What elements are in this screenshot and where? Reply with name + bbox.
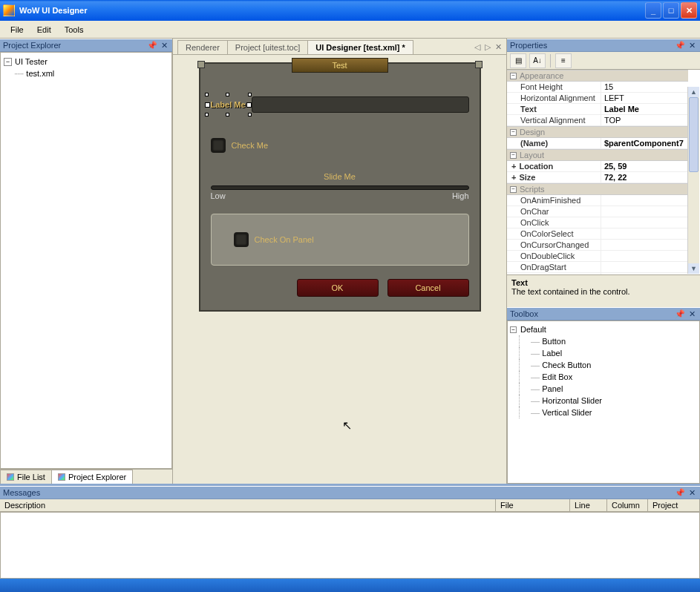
col-file[interactable]: File: [496, 499, 570, 511]
project-explorer-title: Project Explorer: [3, 41, 145, 50]
property-grid[interactable]: −Appearance Font Height15 Horizontal Ali…: [507, 70, 700, 274]
toolbox-title: Toolbox: [510, 309, 673, 318]
panel-checkbox-label: Check On Panel: [255, 235, 314, 244]
properties-toolbar: ▤ A↓ ≡: [507, 52, 700, 70]
ok-button[interactable]: OK: [297, 279, 379, 297]
toolbox-item-vertical-slider[interactable]: ––Vertical Slider: [510, 407, 697, 418]
scroll-up-icon[interactable]: ▲: [688, 87, 699, 97]
window-title: WoW UI Designer: [19, 6, 645, 15]
statusbar: [0, 579, 700, 592]
checkbox-element[interactable]: [211, 138, 226, 153]
menu-file[interactable]: File: [4, 23, 30, 36]
panel-element[interactable]: Check On Panel: [211, 214, 469, 266]
tab-project[interactable]: Project [uitest.toc]: [227, 40, 308, 54]
tree-collapse-icon[interactable]: −: [4, 58, 12, 66]
slider-element[interactable]: [211, 185, 469, 190]
close-panel-icon[interactable]: ✕: [687, 309, 697, 319]
col-description[interactable]: Description: [0, 499, 496, 511]
design-canvas[interactable]: Test Label Me Check Me Slide Me: [173, 55, 506, 484]
tab-project-explorer[interactable]: Project Explorer: [51, 470, 133, 484]
scroll-down-icon[interactable]: ▼: [688, 263, 699, 274]
slider-caption: Slide Me: [211, 172, 469, 181]
toolbox-item-button[interactable]: ––Button: [510, 335, 697, 347]
label-element[interactable]: Label Me: [211, 100, 246, 109]
project-tree[interactable]: − UI Tester ······ test.xml: [1, 53, 171, 82]
category-appearance[interactable]: −Appearance: [507, 70, 688, 82]
category-layout[interactable]: −Layout: [507, 149, 688, 161]
col-project[interactable]: Project: [648, 499, 700, 511]
editbox-element[interactable]: [252, 96, 469, 113]
panel-checkbox[interactable]: [234, 232, 249, 247]
window-titlebar: WoW UI Designer _ □ ✕: [0, 0, 700, 21]
properties-icon[interactable]: ≡: [555, 53, 572, 68]
pin-icon[interactable]: 📌: [147, 40, 157, 50]
file-list-icon: [7, 473, 14, 481]
close-panel-icon[interactable]: ✕: [159, 40, 169, 50]
menu-edit[interactable]: Edit: [31, 23, 57, 36]
alphabetical-icon[interactable]: A↓: [529, 53, 546, 68]
category-scripts[interactable]: −Scripts: [507, 183, 688, 195]
close-panel-icon[interactable]: ✕: [687, 487, 697, 498]
pin-icon[interactable]: 📌: [675, 40, 685, 50]
designed-frame[interactable]: Test Label Me Check Me Slide Me: [199, 62, 481, 312]
messages-header: Messages 📌 ✕: [0, 486, 700, 499]
cursor-icon: ↖: [342, 418, 352, 433]
tab-ui-designer[interactable]: UI Designer [test.xml] *: [307, 40, 413, 54]
toolbox-item-check-button[interactable]: ––Check Button: [510, 359, 697, 371]
checkbox-label: Check Me: [232, 141, 269, 150]
category-design[interactable]: −Design: [507, 126, 688, 138]
toolbox-item-edit-box[interactable]: ––Edit Box: [510, 371, 697, 383]
menu-tools[interactable]: Tools: [59, 23, 90, 36]
scroll-thumb[interactable]: [689, 97, 699, 172]
toolbox-item-label[interactable]: ––Label: [510, 347, 697, 359]
slider-high-label: High: [452, 191, 469, 200]
properties-title: Properties: [510, 41, 673, 50]
maximize-button[interactable]: □: [663, 2, 679, 19]
slider-low-label: Low: [211, 191, 226, 200]
toolbox-category[interactable]: Default: [520, 325, 546, 334]
properties-header: Properties 📌 ✕: [507, 39, 700, 52]
pin-icon[interactable]: 📌: [675, 487, 685, 498]
tab-prev-icon[interactable]: ◁: [474, 42, 480, 52]
toolbox-item-panel[interactable]: ––Panel: [510, 383, 697, 395]
toolbox-header: Toolbox 📌 ✕: [507, 307, 700, 320]
frame-title[interactable]: Test: [292, 58, 388, 73]
property-description: Text The text contained in the control.: [507, 274, 700, 307]
messages-columns: Description File Line Column Project: [0, 499, 700, 512]
toolbox-item-horizontal-slider[interactable]: ––Horizontal Slider: [510, 395, 697, 407]
pin-icon[interactable]: 📌: [675, 309, 685, 319]
categorized-icon[interactable]: ▤: [510, 53, 526, 68]
toolbox-tree[interactable]: − Default ––Button ––Label ––Check Butto…: [508, 321, 699, 421]
minimize-button[interactable]: _: [645, 2, 661, 19]
messages-title: Messages: [3, 488, 673, 497]
project-explorer-icon: [58, 473, 65, 481]
app-icon: [3, 4, 15, 16]
cancel-button[interactable]: Cancel: [387, 279, 469, 297]
tree-file[interactable]: test.xml: [26, 69, 54, 78]
close-panel-icon[interactable]: ✕: [687, 40, 697, 50]
messages-list[interactable]: [0, 512, 700, 579]
col-line[interactable]: Line: [570, 499, 607, 511]
tab-next-icon[interactable]: ▷: [485, 42, 491, 52]
properties-scrollbar[interactable]: ▲ ▼: [687, 87, 699, 274]
tab-close-icon[interactable]: ✕: [495, 42, 502, 52]
tab-file-list[interactable]: File List: [0, 470, 52, 484]
tab-renderer[interactable]: Renderer: [177, 40, 228, 54]
close-button[interactable]: ✕: [681, 2, 697, 19]
document-tabs: Renderer Project [uitest.toc] UI Designe…: [173, 39, 506, 55]
project-explorer-header: Project Explorer 📌 ✕: [0, 39, 172, 52]
tree-collapse-icon[interactable]: −: [510, 326, 517, 333]
col-column[interactable]: Column: [607, 499, 648, 511]
menubar: File Edit Tools: [0, 21, 700, 39]
tree-root[interactable]: UI Tester: [15, 57, 48, 66]
tree-branch-icon: ······: [14, 69, 23, 78]
